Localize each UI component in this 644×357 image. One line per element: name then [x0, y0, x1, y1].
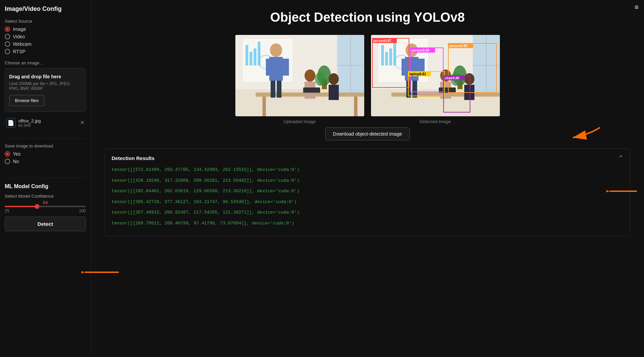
save-no[interactable]: No — [5, 159, 86, 164]
svg-rect-49 — [412, 81, 417, 98]
save-image-label: Save image to download — [5, 143, 86, 148]
file-info: office_2.jpg 60.3KB — [18, 118, 77, 127]
source-video[interactable]: Video — [5, 34, 86, 39]
sidebar-title: Image/Video Config — [5, 5, 86, 13]
svg-rect-16 — [354, 97, 357, 116]
radio-image[interactable] — [5, 26, 10, 32]
svg-text:chair0.80: chair0.80 — [445, 76, 460, 80]
choose-image-label: Choose an image... — [5, 60, 86, 65]
svg-text:person0.93: person0.93 — [449, 44, 467, 48]
svg-rect-33 — [385, 52, 388, 65]
svg-rect-21 — [271, 81, 275, 98]
svg-rect-28 — [303, 87, 320, 92]
arrow-results — [606, 183, 640, 200]
tensor-line-4: tensor([[357.46915, 266.92487, 117.54205… — [112, 209, 623, 216]
hamburger-menu[interactable]: ≡ — [635, 3, 639, 11]
dropzone-subtitle: Limit 200MB per file • JPG, JPEG, PNG, B… — [9, 81, 81, 91]
source-image[interactable]: Image — [5, 26, 86, 32]
main-content: Object Detection using YOLOv8 — [91, 0, 644, 357]
svg-rect-45 — [405, 57, 418, 81]
radio-rtsp[interactable] — [5, 49, 10, 54]
divider-1 — [5, 138, 86, 139]
svg-rect-46 — [402, 59, 407, 76]
source-rtsp[interactable]: RTSP — [5, 49, 86, 54]
svg-rect-20 — [283, 59, 289, 76]
svg-text:person0.87: person0.87 — [373, 39, 391, 43]
source-webcam-label: Webcam — [13, 41, 32, 47]
uploaded-image-container: Uploaded Image — [235, 35, 364, 124]
source-webcam[interactable]: Webcam — [5, 41, 86, 47]
detected-caption: Detected Image — [420, 119, 451, 124]
svg-point-52 — [464, 73, 474, 85]
arrow-download — [563, 124, 603, 144]
page-title: Object Detection using YOLOv8 — [104, 10, 630, 25]
tensor-line-1: tensor([[428.18246, 317.32068, 209.56281… — [112, 177, 623, 184]
source-video-label: Video — [13, 34, 25, 39]
svg-rect-4 — [250, 52, 252, 65]
radio-yes[interactable] — [5, 151, 10, 157]
confidence-value: 54 — [5, 200, 86, 205]
save-section: Save image to download Yes No — [5, 142, 86, 169]
svg-point-25 — [329, 73, 339, 85]
detection-title: Detection Results — [112, 155, 155, 161]
svg-point-23 — [305, 70, 315, 82]
svg-rect-22 — [277, 81, 281, 98]
uploaded-caption: Uploaded Image — [284, 119, 316, 124]
select-source-label: Select Source — [5, 19, 86, 24]
ml-section: ML Model Config Select Model Confidence … — [5, 181, 86, 213]
radio-webcam[interactable] — [5, 41, 10, 47]
detection-results: Detection Results ⌃ tensor([[572.61499, … — [104, 148, 630, 236]
tensor-line-0: tensor([[572.61499, 293.47705, 134.42993… — [112, 166, 623, 173]
radio-no[interactable] — [5, 159, 10, 164]
svg-text:laptop0.81: laptop0.81 — [409, 72, 426, 76]
tensor-line-5: tensor([[209.70511, 209.40799, 97.41798,… — [112, 220, 623, 227]
detect-button[interactable]: Detect — [5, 217, 86, 231]
save-yes-label: Yes — [13, 151, 21, 157]
svg-point-13 — [315, 72, 325, 86]
file-icon: 📄 — [6, 118, 16, 127]
sidebar: Image/Video Config Select Source Image V… — [0, 0, 91, 357]
source-rtsp-label: RTSP — [13, 49, 25, 54]
dropzone[interactable]: Drag and drop file here Limit 200MB per … — [5, 68, 86, 112]
tensor-line-2: tensor([[202.04401, 202.03619, 129.66260… — [112, 188, 623, 195]
browse-files-button[interactable]: Browse files — [9, 95, 44, 106]
ml-section-title: ML Model Config — [5, 183, 86, 190]
file-size: 60.3KB — [18, 123, 77, 127]
svg-rect-55 — [439, 87, 456, 92]
save-yes[interactable]: Yes — [5, 151, 86, 157]
uploaded-image-svg — [235, 35, 364, 116]
radio-video[interactable] — [5, 34, 10, 39]
svg-point-17 — [270, 43, 282, 57]
save-radio-group: Yes No — [5, 151, 86, 164]
uploaded-image-box — [235, 35, 364, 116]
dropzone-title: Drag and drop file here — [9, 74, 81, 79]
detected-image-svg: person0.87 person0.88 person0.93 laptop0… — [371, 35, 500, 116]
svg-rect-26 — [329, 85, 339, 100]
svg-rect-15 — [262, 97, 266, 116]
download-button[interactable]: Download object-detected image — [325, 127, 410, 140]
svg-rect-5 — [254, 48, 256, 65]
collapse-icon[interactable]: ⌃ — [618, 154, 623, 162]
source-radio-group: Image Video Webcam RTSP — [5, 26, 86, 54]
confidence-label: Select Model Confidence — [5, 194, 86, 199]
file-remove-button[interactable]: ✕ — [80, 120, 84, 125]
svg-rect-32 — [381, 45, 384, 65]
source-image-label: Image — [13, 26, 26, 32]
file-item: 📄 office_2.jpg 60.3KB ✕ — [5, 115, 86, 130]
detected-image-box: person0.87 person0.88 person0.93 laptop0… — [371, 35, 500, 116]
svg-rect-3 — [246, 45, 248, 65]
file-name: office_2.jpg — [18, 118, 77, 123]
tensor-line-3: tensor([[505.42728, 377.36127, 103.21747… — [112, 199, 623, 205]
save-no-label: No — [13, 159, 19, 164]
svg-text:person0.88: person0.88 — [411, 48, 429, 52]
detected-image-container: person0.87 person0.88 person0.93 laptop0… — [371, 35, 500, 124]
arrow-left — [91, 262, 122, 282]
svg-rect-34 — [389, 48, 392, 65]
svg-rect-18 — [269, 57, 283, 81]
divider-2 — [5, 178, 86, 178]
images-row: Uploaded Image — [104, 35, 630, 124]
detection-header: Detection Results ⌃ — [112, 154, 623, 162]
download-row: Download object-detected image — [104, 127, 630, 140]
svg-rect-19 — [266, 59, 271, 76]
